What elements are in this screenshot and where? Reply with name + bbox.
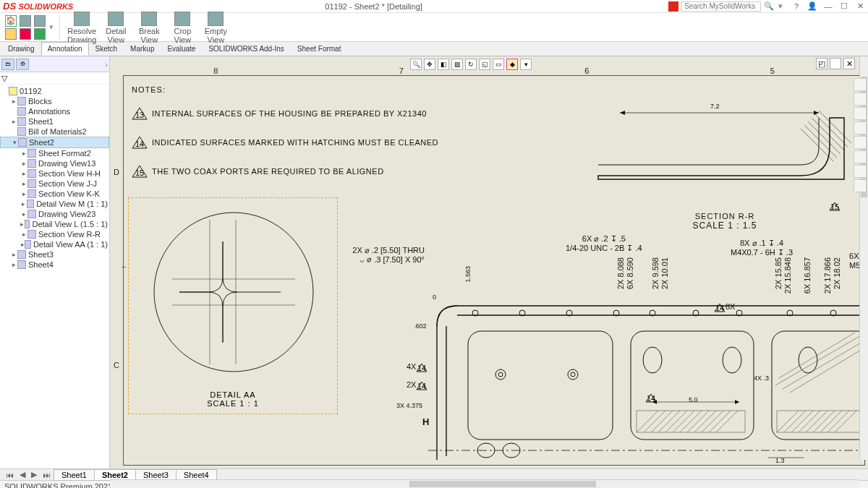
- taskpane-resources-icon[interactable]: [854, 93, 867, 106]
- view-ctl-close-icon[interactable]: ✕: [843, 58, 855, 69]
- ribbon-detail-view[interactable]: DetailView: [102, 11, 129, 44]
- flag-14-aa: 14: [645, 393, 657, 402]
- open-icon[interactable]: [5, 28, 17, 40]
- search-glass-icon[interactable]: 🔍: [764, 1, 774, 11]
- maximize-button[interactable]: ☐: [839, 1, 849, 12]
- close-button[interactable]: ✕: [855, 1, 865, 12]
- hud-tool-3-icon[interactable]: ◧: [438, 59, 449, 70]
- tree-item[interactable]: ▸Section View R-R: [0, 229, 109, 239]
- sheet-nav-first-icon[interactable]: ⏮: [3, 471, 17, 479]
- tree-item[interactable]: ▸Sheet Format2: [0, 148, 109, 158]
- hud-tool-8-icon[interactable]: ◆: [506, 59, 518, 70]
- tab-evaluate[interactable]: Evaluate: [161, 42, 202, 56]
- tree-item[interactable]: ▸Detail View M (1 : 1): [0, 199, 109, 209]
- mysolidworks-icon[interactable]: [668, 1, 678, 12]
- view-ctl-1-icon[interactable]: ◰: [816, 58, 827, 69]
- ord-9598: 2X 9.598: [651, 257, 660, 289]
- qat-icon-2[interactable]: [20, 28, 31, 40]
- tree-item[interactable]: ▸Blocks: [0, 96, 109, 106]
- ord-1001: 2X 10.01: [660, 257, 669, 289]
- taskpane-forum-icon[interactable]: [854, 179, 867, 192]
- qat-icon-3[interactable]: [34, 15, 46, 27]
- help-icon[interactable]: ?: [791, 1, 801, 12]
- svg-marker-18: [620, 111, 625, 115]
- hud-tool-7-icon[interactable]: ▭: [493, 59, 504, 70]
- svg-line-47: [835, 411, 856, 432]
- sheet-nav-next-icon[interactable]: ▶: [28, 470, 40, 479]
- hud-zoom-icon[interactable]: 🔍: [410, 59, 422, 70]
- tree-item[interactable]: ▸Section View J-J: [0, 179, 109, 189]
- ribbon-break-view[interactable]: BreakView: [135, 11, 163, 44]
- taskpane-home-icon[interactable]: [854, 78, 867, 91]
- svg-line-11: [812, 118, 844, 150]
- svg-line-43: [806, 411, 827, 432]
- panel-chevron-icon[interactable]: ›: [105, 60, 108, 69]
- svg-line-27: [644, 411, 665, 432]
- svg-line-42: [799, 411, 820, 432]
- hud-pan-icon[interactable]: ✥: [424, 59, 435, 70]
- ribbon-empty-view[interactable]: EmptyView: [202, 11, 229, 44]
- qat-icon-4[interactable]: [34, 28, 46, 40]
- sheet-nav-prev-icon[interactable]: ◀: [17, 470, 28, 479]
- drawing-canvas[interactable]: 🔍 ✥ ◧ ▧ ↻ ◱ ▭ ◆ ▾ ◰ ✕ 8: [110, 56, 868, 468]
- hud-tool-9-icon[interactable]: ▾: [520, 59, 532, 70]
- tree-item[interactable]: ▸Section View K-K: [0, 189, 109, 199]
- note-row: 14INDICATED SURFACES MARKED WITH HATCHIN…: [132, 136, 438, 149]
- tree-item[interactable]: ▸Detail View L (1.5 : 1): [0, 219, 109, 229]
- ribbon-crop-view[interactable]: CropView: [169, 11, 196, 44]
- ord-16857: 6X 16.857: [803, 257, 812, 294]
- taskpane-design-library-icon[interactable]: [854, 107, 867, 120]
- tab-solidworks-add-ins[interactable]: SOLIDWORKS Add-Ins: [202, 42, 290, 56]
- taskpane-file-explorer-icon[interactable]: [854, 121, 867, 134]
- hud-tool-6-icon[interactable]: ◱: [479, 59, 490, 70]
- section-rr-view[interactable]: 7.2 32 32 15 SECTION R-R SCALE 1 : 1.5: [595, 107, 855, 234]
- home-icon[interactable]: 🏠: [5, 15, 17, 27]
- filter-icon[interactable]: ▽: [1, 74, 10, 82]
- tree-item[interactable]: ▸Drawing View13: [0, 158, 109, 168]
- fm-tab-tree-icon[interactable]: 🗀: [1, 59, 14, 70]
- tree-item[interactable]: ▾Sheet2: [0, 137, 109, 148]
- tree-item[interactable]: ▸Detail View AA (1 : 1): [0, 239, 109, 249]
- taskpane-view-palette-icon[interactable]: [854, 136, 867, 149]
- tree-root[interactable]: 01192: [0, 86, 109, 96]
- user-icon[interactable]: 👤: [807, 1, 817, 12]
- tree-item[interactable]: ▸Sheet4: [0, 260, 109, 270]
- tab-sketch[interactable]: Sketch: [89, 42, 124, 56]
- svg-text:13: 13: [135, 111, 144, 119]
- tree-item[interactable]: Bill of Materials2: [0, 127, 109, 137]
- tree-item[interactable]: ▸Drawing View23: [0, 209, 109, 219]
- taskpane-appearances-icon[interactable]: [854, 150, 867, 163]
- tree-item[interactable]: ▸Sheet1: [0, 116, 109, 127]
- view-ctl-2-icon[interactable]: [830, 58, 841, 69]
- taskpane-custom-props-icon[interactable]: [854, 165, 867, 178]
- search-input[interactable]: [681, 1, 761, 12]
- detail-aa-scale: SCALE 1 : 1: [129, 399, 337, 408]
- svg-point-68: [723, 347, 741, 373]
- note-row: 15THE TWO COAX PORTS ARE REQUIRED TO BE …: [132, 165, 438, 178]
- svg-line-26: [637, 411, 658, 432]
- tab-markup[interactable]: Markup: [124, 42, 161, 56]
- main-body-view[interactable]: 2X ⌀ .2 [5.50] THRU⌵ ⌀ .3 [7.50] X 90° 6…: [428, 273, 868, 466]
- hud-tool-4-icon[interactable]: ▧: [451, 59, 463, 70]
- tree-item[interactable]: ▸Section View H-H: [0, 168, 109, 179]
- ribbon-resolve-drawing[interactable]: ResolveDrawing: [67, 11, 96, 44]
- sheet-nav-last-icon[interactable]: ⏭: [40, 471, 54, 479]
- ord-8088: 2X 8.088: [616, 257, 625, 289]
- svg-line-36: [709, 411, 731, 432]
- svg-rect-22: [468, 331, 613, 440]
- hud-tool-5-icon[interactable]: ↻: [465, 59, 477, 70]
- fm-tab-config-icon[interactable]: ⚙: [16, 59, 29, 70]
- tree-item[interactable]: ▸Sheet3: [0, 249, 109, 260]
- tab-annotation[interactable]: Annotation: [41, 42, 89, 56]
- minimize-button[interactable]: —: [823, 1, 833, 12]
- tab-sheet-format[interactable]: Sheet Format: [291, 42, 348, 56]
- qat-icon-1[interactable]: [20, 15, 31, 27]
- dim-3x4375: 3X 4.375: [396, 402, 422, 409]
- feature-manager-panel: 🗀 ⚙ › ▽ 01192 ▸BlocksAnnotations▸Sheet1B…: [0, 56, 110, 468]
- canvas-scrollbar-h[interactable]: [110, 479, 858, 488]
- detail-aa-view[interactable]: DETAIL AA SCALE 1 : 1: [128, 197, 338, 414]
- tree-item[interactable]: Annotations: [0, 106, 109, 116]
- svg-line-13: [808, 121, 841, 154]
- tab-drawing[interactable]: Drawing: [1, 42, 41, 56]
- sheet-tab-sheet1[interactable]: Sheet1: [54, 469, 95, 481]
